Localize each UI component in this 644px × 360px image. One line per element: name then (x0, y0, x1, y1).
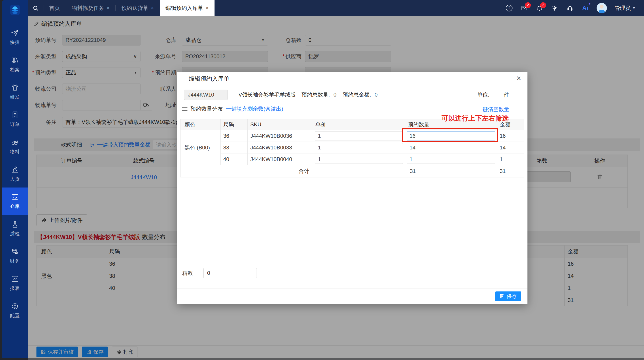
ai-assistant-button[interactable]: Ai✦ (581, 4, 589, 12)
app-window: 快捷 档案 研发 订单 物料 大货 仓库 质检 (0, 0, 644, 360)
user-menu[interactable]: 管理员 ▼ (614, 5, 636, 12)
tab-label: 物料拣货任务 (72, 5, 104, 12)
sidebar-item-archives[interactable]: 档案 (2, 51, 28, 78)
total-label-cell: 合计 (180, 165, 313, 177)
tab-close-icon[interactable]: × (107, 5, 110, 11)
sidebar-item-rnd[interactable]: 研发 (2, 78, 28, 105)
bell-badge: 2 (540, 2, 546, 8)
sku-row: 40 J444KW10B0040 1 1 1 (180, 153, 524, 165)
color-group-cell: 黑色 (B00) (180, 130, 220, 165)
tab-close-icon[interactable]: × (206, 5, 209, 11)
hamburger-icon (182, 107, 188, 111)
sidebar-item-reports[interactable]: 报表 (2, 269, 28, 297)
sidebar-item-finance[interactable]: 财务 (2, 242, 28, 269)
chart-icon (11, 275, 19, 283)
warehouse-card-icon (11, 193, 19, 201)
sidebar-item-quick[interactable]: 快捷 (2, 24, 28, 51)
tab-home[interactable]: 首页 (44, 0, 66, 16)
total-amount-cell: 31 (497, 165, 524, 177)
modal-total-qty: 预约总数量:0 (302, 90, 336, 100)
modal-style-name: V领长袖套衫羊毛羊绒版 (238, 90, 296, 100)
price-input[interactable]: 1 (315, 155, 403, 164)
help-button[interactable]: ? (505, 4, 513, 12)
sku-row: 黑色 (B00) 36 J444KW10B0036 1 16 16 (180, 130, 524, 142)
clear-quantities-link[interactable]: 一键清空数量 (477, 106, 509, 113)
gear-icon (11, 302, 19, 310)
modal-save-button[interactable]: 保存 (495, 291, 521, 301)
sidebar-item-label: 报表 (10, 285, 20, 291)
sidebar-item-materials[interactable]: 物料 (2, 133, 28, 160)
tab-edit-inbound[interactable]: 编辑预约入库单 × (160, 0, 214, 16)
modal-box-input[interactable]: 0 (203, 268, 257, 278)
col-header-sku: SKU (248, 119, 313, 130)
total-qty-cell: 31 (405, 165, 497, 177)
modal-unit: 单位:件 (477, 90, 509, 100)
messages-button[interactable]: 2 (520, 4, 528, 12)
flask-icon (11, 220, 19, 228)
sidebar-item-qc[interactable]: 质检 (2, 215, 28, 242)
qty-input[interactable]: 1 (407, 155, 495, 164)
sidebar-item-settings[interactable]: 配置 (2, 297, 28, 324)
global-search-button[interactable] (28, 0, 43, 16)
topbar-actions: ? 2 2 Ai✦ (505, 0, 644, 16)
mail-badge: 2 (525, 2, 531, 8)
col-header-size: 尺码 (220, 119, 248, 130)
tab-picking-task[interactable]: 物料拣货任务 × (66, 0, 116, 16)
modal-total-amount: 预约总金额:0 (343, 90, 378, 100)
support-button[interactable] (566, 4, 574, 12)
tab-label: 预约送货单 (122, 5, 148, 12)
close-icon[interactable]: × (516, 74, 521, 83)
logo-icon (9, 4, 21, 16)
sidebar-item-label: 财务 (10, 258, 20, 264)
search-icon (32, 5, 39, 11)
sidebar-item-label: 仓库 (10, 203, 20, 210)
ai-icon: Ai✦ (582, 5, 588, 12)
floppy-icon (500, 294, 505, 299)
qty-input[interactable]: 14 (407, 143, 495, 152)
coins-icon (11, 248, 19, 256)
sidebar-item-label: 配置 (10, 312, 20, 319)
qty-dist-section-label: 预约数量分布 (190, 105, 223, 112)
user-name-label: 管理员 (614, 5, 630, 12)
paper-plane-icon (11, 29, 19, 37)
modal-box-label: 箱数 (182, 268, 193, 278)
price-input[interactable]: 1 (315, 143, 403, 152)
tab-close-icon[interactable]: × (151, 5, 154, 11)
sidebar-item-label: 档案 (10, 67, 20, 73)
sidebar: 快捷 档案 研发 订单 物料 大货 仓库 质检 (2, 0, 28, 358)
tab-label: 首页 (49, 5, 60, 12)
modal-qty-dist-section: 预约数量分布 一键填充剩余数(含溢出) (182, 105, 283, 113)
sku-row: 38 J444KW10B0038 1 14 14 (180, 142, 524, 153)
sidebar-item-label: 物料 (10, 148, 20, 155)
sidebar-item-bulk[interactable]: 大货 (2, 160, 28, 188)
quick-tasks-button[interactable] (551, 4, 558, 12)
avatar[interactable] (596, 3, 607, 13)
topbar: 首页 物料拣货任务 × 预约送货单 × 编辑预约入库单 × ? 2 2 (28, 0, 644, 16)
col-header-color: 颜色 (180, 119, 220, 130)
modal-title: 编辑预约入库单 (189, 72, 230, 86)
archive-icon (11, 56, 19, 64)
chevron-down-icon: ▼ (632, 6, 636, 10)
flash-icon (552, 5, 558, 12)
price-input[interactable]: 1 (315, 131, 403, 140)
sidebar-item-label: 大货 (10, 176, 20, 182)
sidebar-item-orders[interactable]: 订单 (2, 105, 28, 133)
sidebar-item-label: 快捷 (10, 39, 20, 46)
fabric-rolls-icon (11, 138, 19, 146)
notifications-button[interactable]: 2 (536, 4, 543, 12)
fill-remaining-link[interactable]: 一键填充剩余数(含溢出) (226, 105, 283, 112)
sidebar-item-label: 研发 (10, 94, 20, 100)
sidebar-item-warehouse[interactable]: 仓库 (2, 188, 28, 215)
app-logo[interactable] (2, 0, 28, 20)
sidebar-item-label: 质检 (10, 231, 20, 237)
tab-delivery-note[interactable]: 预约送货单 × (116, 0, 160, 16)
divider (177, 86, 528, 86)
sidebar-item-label: 订单 (10, 121, 20, 127)
modal-sku-table: 颜色 尺码 SKU 单价 预约数量 金额 黑色 (B00) 36 J444KW1… (180, 119, 524, 177)
col-header-price: 单价 (313, 119, 405, 130)
help-icon: ? (506, 5, 512, 12)
edit-inbound-modal: 编辑预约入库单 × J444KW10 V领长袖套衫羊毛羊绒版 预约总数量:0 预… (177, 72, 528, 304)
qty-input-focused[interactable]: 16 (407, 131, 495, 140)
modal-style-code-field[interactable]: J444KW10 (184, 90, 228, 100)
document-icon (11, 111, 19, 119)
